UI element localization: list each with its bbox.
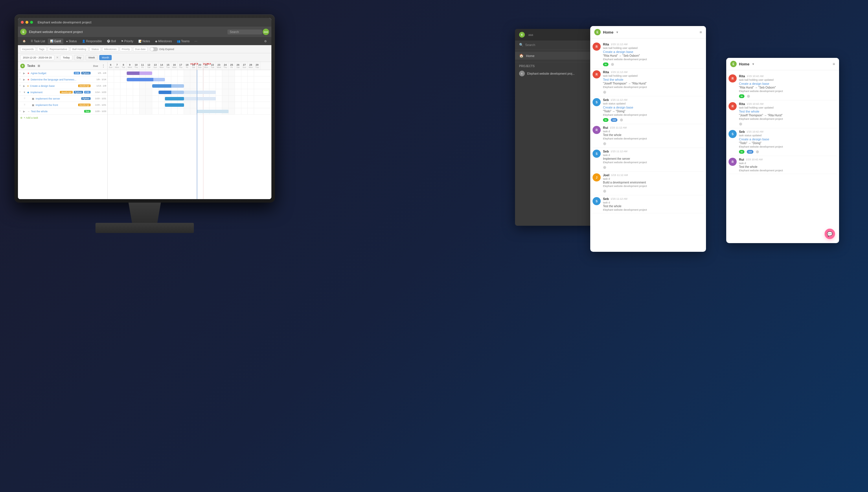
filter-representative[interactable]: Representative bbox=[48, 47, 70, 51]
filter-keywords[interactable]: Keywords bbox=[20, 47, 36, 51]
header-search[interactable]: Search bbox=[227, 29, 262, 34]
nav-boll[interactable]: ⚽ Boll bbox=[104, 39, 118, 44]
task-name[interactable]: Create a design base bbox=[30, 84, 77, 88]
task-name[interactable]: Implement the front bbox=[35, 104, 77, 106]
nav-teams[interactable]: 👥 Teams bbox=[175, 39, 192, 44]
due-column-label: Due bbox=[93, 65, 98, 68]
task-name[interactable]: Implement the server bbox=[35, 97, 80, 100]
gantt-bar-6[interactable] bbox=[197, 110, 229, 113]
chat-menu-icon[interactable]: ≡ bbox=[833, 62, 835, 66]
msg-link[interactable]: Create a design base bbox=[603, 106, 704, 109]
gantt-day: 16Wed bbox=[171, 62, 178, 70]
msg-link[interactable]: Create a design base bbox=[739, 138, 837, 141]
gantt-cell bbox=[120, 70, 127, 76]
nav-responsible[interactable]: 👤 Responsible bbox=[80, 39, 104, 44]
gantt-cell bbox=[209, 83, 216, 89]
chat-message: R Rui 1/15 10:42 AM task d Test the whol… bbox=[729, 156, 837, 174]
filter-due-date[interactable]: Due date bbox=[133, 47, 148, 51]
traffic-light-close[interactable] bbox=[21, 21, 24, 24]
task-name[interactable]: Determine the language and framewo... bbox=[31, 78, 91, 81]
chat-menu-icon[interactable]: ≡ bbox=[699, 30, 702, 34]
nav-milestones[interactable]: ◆ Milestones bbox=[153, 39, 175, 44]
priority-star: ★ bbox=[27, 72, 29, 75]
gantt-cell bbox=[152, 89, 158, 95]
nav-more[interactable]: ⋯ bbox=[192, 39, 200, 44]
month-view-button[interactable]: Month bbox=[99, 55, 112, 60]
gantt-day: 27Sun bbox=[241, 62, 248, 70]
react-button[interactable]: ⊕ bbox=[603, 165, 607, 170]
filter-milestones[interactable]: Milestones bbox=[102, 47, 119, 51]
collapse-icon[interactable]: ▼ bbox=[23, 91, 26, 94]
task-row: ⠿ ▶ ★ Determine the language and framewo… bbox=[18, 76, 107, 83]
task-options-btn[interactable]: ⋮ bbox=[102, 64, 105, 68]
user-avatar[interactable]: aaa bbox=[263, 29, 269, 35]
day-view-button[interactable]: Day bbox=[74, 55, 84, 60]
nav-notes[interactable]: 📝 Notes bbox=[136, 39, 152, 44]
gantt-bar-1[interactable] bbox=[127, 78, 165, 81]
tag-css: CSS bbox=[74, 72, 80, 74]
msg-link[interactable]: Test the whole bbox=[603, 78, 704, 81]
gantt-bar-0[interactable] bbox=[127, 72, 152, 75]
nav-gantt[interactable]: 📊 Gantt bbox=[48, 39, 63, 44]
nav-status[interactable]: ● Status bbox=[63, 39, 79, 44]
nav-settings[interactable]: ⚙ bbox=[262, 39, 269, 44]
week-view-button[interactable]: Week bbox=[86, 55, 98, 60]
nav-task-list[interactable]: ☰ Task List bbox=[28, 39, 47, 44]
msg-link[interactable]: Test the whole bbox=[739, 110, 837, 113]
task-name[interactable]: Agree budget bbox=[31, 72, 73, 75]
msg-project: Elephant website development project bbox=[603, 137, 704, 140]
only-expired-toggle[interactable] bbox=[150, 47, 158, 51]
expand-icon[interactable]: ▶ bbox=[23, 110, 26, 113]
gantt-bar-5[interactable] bbox=[165, 103, 184, 107]
gantt-cell bbox=[139, 96, 146, 102]
react-button[interactable]: ⊕ bbox=[603, 189, 607, 193]
chat-message: R Rita 1/15 11:12 AM task ball holding u… bbox=[592, 41, 704, 69]
filter-priority[interactable]: Priority bbox=[120, 47, 132, 51]
nav-home[interactable]: 🏠 bbox=[20, 39, 28, 44]
gantt-cell bbox=[158, 70, 165, 76]
gantt-cell bbox=[120, 89, 127, 95]
gantt-day: 12Sat bbox=[146, 62, 152, 70]
date-range-picker[interactable]: 2019-12-20 - 2020-04-20 bbox=[20, 55, 54, 60]
msg-link[interactable]: Create a design base bbox=[603, 50, 704, 53]
react-button[interactable]: ⊕ bbox=[756, 149, 759, 154]
chat-float-button[interactable]: 💬 bbox=[825, 229, 835, 239]
task-filter-icon[interactable]: ⊞ bbox=[37, 64, 40, 68]
react-button[interactable]: ⊕ bbox=[739, 122, 742, 126]
msg-link[interactable]: Create a design base bbox=[739, 82, 837, 85]
traffic-light-maximize[interactable] bbox=[30, 21, 33, 24]
nav-priority[interactable]: ⚑ Priority bbox=[119, 39, 136, 44]
chat-dropdown-icon[interactable]: ▼ bbox=[616, 31, 619, 34]
filter-ball-holding[interactable]: Ball Holding bbox=[70, 47, 88, 51]
tasks-label: Tasks bbox=[27, 64, 35, 68]
gantt-cell bbox=[114, 83, 120, 89]
gantt-cell bbox=[133, 96, 139, 102]
expand-icon[interactable]: ▶ bbox=[23, 72, 26, 75]
gantt-bar-3[interactable] bbox=[158, 91, 184, 94]
task-name[interactable]: Implement bbox=[30, 91, 59, 94]
sub-task-icon: ▣ bbox=[32, 97, 34, 100]
traffic-light-minimize[interactable] bbox=[25, 21, 28, 24]
msg-time: 1/15 10:42 AM bbox=[747, 75, 764, 78]
msg-author: Rita bbox=[603, 70, 609, 74]
react-button[interactable]: ⊕ bbox=[603, 90, 607, 94]
today-button[interactable]: Today bbox=[60, 55, 72, 60]
react-button[interactable]: ⊕ bbox=[620, 118, 623, 122]
react-button[interactable]: ⊕ bbox=[611, 62, 614, 67]
filter-status[interactable]: Status bbox=[90, 47, 101, 51]
avatar-rui: R bbox=[729, 158, 737, 166]
react-button[interactable]: ⊕ bbox=[603, 141, 607, 146]
add-task-button[interactable]: + bbox=[20, 64, 25, 68]
chat-dropdown-icon[interactable]: ▼ bbox=[752, 63, 755, 66]
gantt-day: 10Thu bbox=[133, 62, 139, 70]
expand-icon[interactable]: ▶ bbox=[23, 78, 26, 81]
filter-tags[interactable]: Tags bbox=[37, 47, 47, 51]
gantt-bar-2[interactable] bbox=[152, 84, 184, 88]
date-clear-btn[interactable]: ✕ bbox=[56, 56, 58, 59]
add-task-row[interactable]: ⊕ + Add a task bbox=[18, 115, 107, 121]
task-due: 1/9 - 1/14 bbox=[92, 78, 106, 81]
expand-icon[interactable]: ▶ bbox=[23, 84, 26, 88]
gantt-bar-4[interactable] bbox=[165, 97, 184, 100]
task-name[interactable]: Test the whole bbox=[31, 110, 83, 113]
react-button[interactable]: ⊕ bbox=[747, 94, 750, 98]
